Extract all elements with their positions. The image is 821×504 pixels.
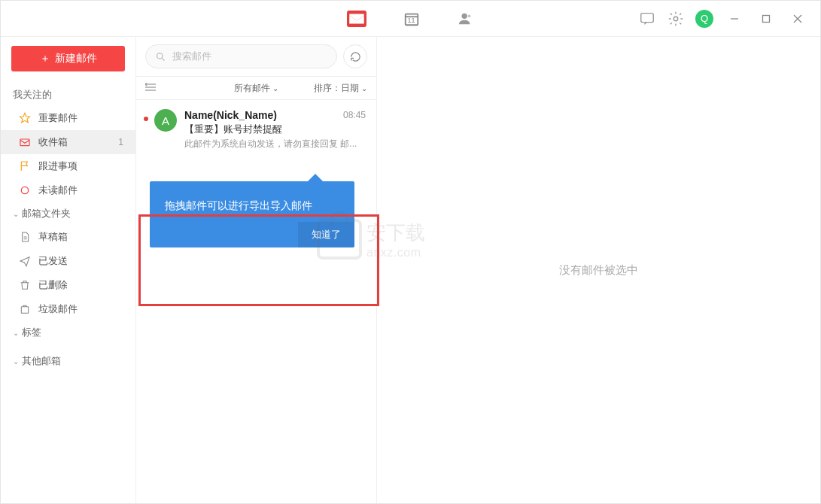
folder-label: 重要邮件 bbox=[38, 111, 78, 125]
calendar-icon[interactable]: 11 bbox=[403, 10, 421, 28]
folder-unread[interactable]: 未读邮件 bbox=[1, 178, 135, 202]
folder-label: 收件箱 bbox=[38, 135, 68, 149]
folder-trash[interactable]: 已删除 bbox=[1, 273, 135, 297]
mail-snippet: 此邮件为系统自动发送，请勿直接回复 邮... bbox=[184, 138, 366, 150]
contacts-icon[interactable] bbox=[457, 10, 475, 28]
close-button[interactable] bbox=[787, 8, 808, 29]
user-avatar[interactable]: Q bbox=[695, 10, 713, 28]
folder-sent[interactable]: 已发送 bbox=[1, 249, 135, 273]
svg-line-17 bbox=[162, 58, 164, 60]
svg-point-5 bbox=[674, 17, 678, 21]
tooltip-ok-button[interactable]: 知道了 bbox=[298, 222, 354, 247]
flag-icon bbox=[19, 160, 31, 172]
mail-list-panel: 搜索邮件 所有邮件 ⌄ 排序：日期 ⌄ A Name(Nick_Name) 08… bbox=[136, 37, 377, 503]
feedback-icon[interactable] bbox=[638, 10, 656, 28]
svg-rect-15 bbox=[21, 307, 28, 314]
folder-important[interactable]: 重要邮件 bbox=[1, 106, 135, 130]
refresh-button[interactable] bbox=[343, 44, 367, 68]
chevron-down-icon: ⌄ bbox=[13, 210, 20, 218]
folder-label: 跟进事项 bbox=[38, 159, 78, 173]
empty-message: 没有邮件被选中 bbox=[559, 263, 638, 278]
star-icon bbox=[19, 112, 31, 124]
collapse-icon[interactable] bbox=[145, 83, 159, 94]
search-input[interactable]: 搜索邮件 bbox=[145, 44, 337, 68]
tooltip-text: 拖拽邮件可以进行导出导入邮件 bbox=[165, 199, 312, 211]
section-focus: 我关注的 bbox=[1, 83, 135, 106]
folder-label: 垃圾邮件 bbox=[38, 302, 78, 316]
svg-point-16 bbox=[157, 53, 163, 59]
sort-dropdown[interactable]: 排序：日期 ⌄ bbox=[314, 82, 367, 95]
compose-button[interactable]: ＋ 新建邮件 bbox=[11, 46, 125, 71]
circle-icon bbox=[19, 184, 31, 196]
svg-rect-11 bbox=[20, 139, 29, 146]
filter-all[interactable]: 所有邮件 ⌄ bbox=[234, 82, 278, 95]
plus-icon: ＋ bbox=[40, 52, 50, 65]
svg-rect-7 bbox=[763, 15, 770, 22]
inbox-icon bbox=[19, 136, 31, 148]
draft-icon bbox=[19, 231, 31, 243]
trash-icon bbox=[19, 279, 31, 291]
folder-label: 未读邮件 bbox=[38, 184, 78, 197]
chevron-down-icon: ⌄ bbox=[13, 329, 20, 337]
title-bar: 11 Q bbox=[1, 1, 820, 37]
mail-sender: Name(Nick_Name) bbox=[184, 109, 277, 121]
folder-badge: 1 bbox=[118, 137, 123, 147]
mail-app-icon[interactable] bbox=[347, 11, 366, 27]
minimize-button[interactable] bbox=[724, 8, 745, 29]
sent-icon bbox=[19, 255, 31, 267]
folder-label: 已删除 bbox=[38, 278, 68, 292]
folder-inbox[interactable]: 收件箱 1 bbox=[1, 130, 135, 154]
folder-spam[interactable]: 垃圾邮件 bbox=[1, 297, 135, 321]
unread-dot-icon bbox=[144, 117, 148, 121]
svg-rect-4 bbox=[641, 13, 654, 22]
tutorial-tooltip: 拖拽邮件可以进行导出导入邮件 知道了 bbox=[150, 181, 354, 247]
sidebar: ＋ 新建邮件 我关注的 重要邮件 收件箱 1 跟进事项 未读邮件 ⌄ 邮箱文件夹… bbox=[1, 37, 136, 503]
mail-item[interactable]: A Name(Nick_Name) 08:45 【重要】账号封禁提醒 此邮件为系… bbox=[136, 100, 376, 159]
folder-drafts[interactable]: 草稿箱 bbox=[1, 225, 135, 249]
svg-point-12 bbox=[21, 187, 28, 193]
chevron-down-icon: ⌄ bbox=[272, 84, 278, 93]
search-placeholder: 搜索邮件 bbox=[172, 50, 211, 63]
mail-detail-empty: 没有邮件被选中 bbox=[377, 37, 820, 503]
svg-point-2 bbox=[461, 13, 467, 18]
calendar-day: 11 bbox=[407, 17, 415, 24]
section-folders[interactable]: ⌄ 邮箱文件夹 bbox=[1, 202, 135, 225]
chevron-down-icon: ⌄ bbox=[13, 357, 20, 366]
svg-marker-10 bbox=[20, 113, 29, 123]
sender-avatar: A bbox=[154, 109, 177, 132]
section-other-mailboxes[interactable]: ⌄ 其他邮箱 bbox=[1, 350, 135, 372]
search-icon bbox=[155, 51, 166, 62]
folder-followup[interactable]: 跟进事项 bbox=[1, 154, 135, 178]
mail-subject: 【重要】账号封禁提醒 bbox=[184, 123, 366, 136]
svg-point-3 bbox=[467, 14, 470, 17]
maximize-button[interactable] bbox=[756, 8, 777, 29]
mail-time: 08:45 bbox=[343, 110, 366, 120]
compose-label: 新建邮件 bbox=[55, 52, 97, 65]
spam-icon bbox=[19, 303, 31, 315]
settings-icon[interactable] bbox=[667, 10, 685, 28]
folder-label: 已发送 bbox=[38, 254, 68, 268]
chevron-down-icon: ⌄ bbox=[361, 84, 367, 93]
folder-label: 草稿箱 bbox=[38, 230, 68, 244]
section-tags[interactable]: ⌄ 标签 bbox=[1, 321, 135, 344]
